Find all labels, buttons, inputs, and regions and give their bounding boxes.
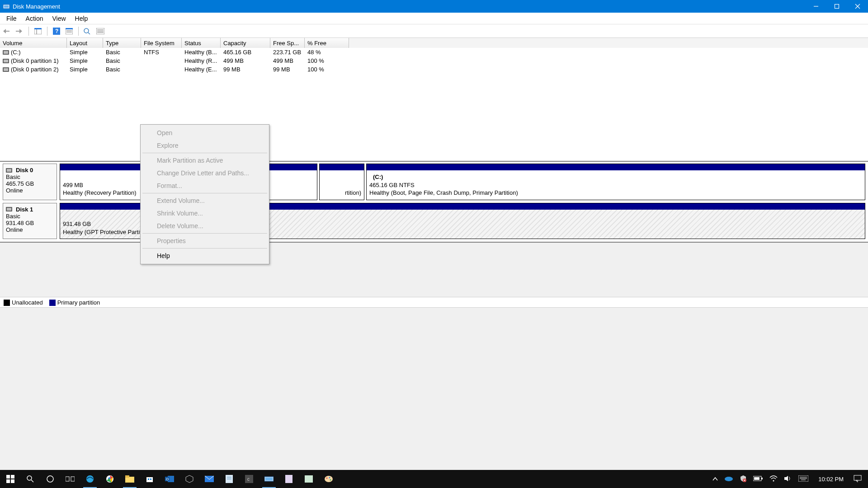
maximize-button[interactable] bbox=[826, 0, 847, 13]
volume-row[interactable]: (C:) Simple Basic NTFS Healthy (B... 465… bbox=[0, 48, 868, 56]
disk-name: Disk 0 bbox=[16, 167, 33, 174]
taskbar-app-generic2-icon[interactable] bbox=[300, 470, 317, 488]
volume-fs: NTFS bbox=[141, 48, 182, 56]
svg-text:?: ? bbox=[55, 28, 58, 34]
ctx-change-drive-letter[interactable]: Change Drive Letter and Paths... bbox=[141, 167, 269, 179]
disk-icon bbox=[6, 168, 12, 173]
tray-security-icon[interactable] bbox=[740, 475, 747, 483]
disk-state: Online bbox=[6, 187, 54, 194]
ctx-explore[interactable]: Explore bbox=[141, 139, 269, 152]
forward-button[interactable] bbox=[14, 26, 24, 36]
ctx-open[interactable]: Open bbox=[141, 127, 269, 139]
settings-button[interactable] bbox=[64, 26, 74, 36]
svg-point-32 bbox=[86, 475, 94, 483]
ctx-extend-volume[interactable]: Extend Volume... bbox=[141, 194, 269, 207]
taskbar-app-diskmgmt-icon[interactable] bbox=[260, 470, 278, 488]
ctx-help[interactable]: Help bbox=[141, 249, 269, 262]
svg-rect-1 bbox=[4, 5, 9, 8]
svg-marker-72 bbox=[856, 480, 858, 482]
taskbar: O c 10:02 PM bbox=[0, 470, 868, 488]
svg-marker-6 bbox=[3, 29, 9, 33]
taskbar-app-mail-icon[interactable] bbox=[201, 470, 218, 488]
swatch-unallocated-icon bbox=[4, 300, 10, 306]
svg-rect-51 bbox=[265, 478, 273, 480]
col-volume[interactable]: Volume bbox=[0, 38, 67, 48]
legend-primary: Primary partition bbox=[57, 299, 100, 306]
taskbar-app-chrome-icon[interactable] bbox=[101, 470, 118, 488]
partition-c[interactable]: (C:) 465.16 GB NTFS Healthy (Boot, Page … bbox=[366, 164, 865, 200]
ctx-format[interactable]: Format... bbox=[141, 179, 269, 192]
cortana-icon[interactable] bbox=[42, 470, 59, 488]
tray-chevron-up-icon[interactable] bbox=[712, 476, 718, 483]
col-free[interactable]: Free Sp... bbox=[270, 38, 305, 48]
taskbar-clock[interactable]: 10:02 PM bbox=[815, 476, 847, 483]
swatch-primary-icon bbox=[49, 300, 56, 306]
taskbar-app-store-icon[interactable] bbox=[141, 470, 158, 488]
ctx-delete-volume[interactable]: Delete Volume... bbox=[141, 220, 269, 232]
partition-label: (C:) bbox=[369, 173, 862, 181]
ctx-shrink-volume[interactable]: Shrink Volume... bbox=[141, 207, 269, 220]
col-layout[interactable]: Layout bbox=[67, 38, 103, 48]
ctx-properties[interactable]: Properties bbox=[141, 235, 269, 247]
disk-icon bbox=[6, 207, 12, 211]
taskbar-app-explorer-icon[interactable] bbox=[121, 470, 138, 488]
svg-marker-43 bbox=[186, 475, 193, 483]
tray-onedrive-icon[interactable] bbox=[724, 476, 733, 483]
partition-status: Healthy (Boot, Page File, Crash Dump, Pr… bbox=[369, 189, 862, 197]
tray-notifications-icon[interactable] bbox=[854, 475, 862, 483]
disk-type: Basic bbox=[6, 174, 54, 180]
search-icon[interactable] bbox=[22, 470, 39, 488]
task-view-icon[interactable] bbox=[61, 470, 79, 488]
svg-line-28 bbox=[31, 480, 33, 482]
show-hide-tree-button[interactable] bbox=[33, 26, 43, 36]
list-button[interactable] bbox=[95, 26, 105, 36]
taskbar-app-cube-icon[interactable] bbox=[181, 470, 198, 488]
start-button[interactable] bbox=[2, 470, 19, 488]
taskbar-app-generic-c-icon[interactable]: c bbox=[241, 470, 258, 488]
taskbar-app-paint-icon[interactable] bbox=[320, 470, 337, 488]
ctx-mark-active[interactable]: Mark Partition as Active bbox=[141, 154, 269, 167]
disk-icon bbox=[3, 67, 9, 72]
disk-row-0: Disk 0 Basic 465.75 GB Online 499 MB Hea… bbox=[3, 164, 865, 200]
disk-row-1: Disk 1 Basic 931.48 GB Online 931.48 GB … bbox=[3, 203, 865, 239]
volume-row[interactable]: (Disk 0 partition 2) Simple Basic Health… bbox=[0, 65, 868, 74]
col-pctfree[interactable]: % Free bbox=[305, 38, 349, 48]
volume-layout: Simple bbox=[67, 57, 103, 65]
help-button[interactable]: ? bbox=[52, 26, 61, 36]
col-type[interactable]: Type bbox=[103, 38, 141, 48]
menu-help[interactable]: Help bbox=[71, 14, 92, 23]
disk-info[interactable]: Disk 1 Basic 931.48 GB Online bbox=[3, 203, 57, 239]
menu-action[interactable]: Action bbox=[22, 14, 47, 23]
volume-row[interactable]: (Disk 0 partition 1) Simple Basic Health… bbox=[0, 56, 868, 65]
tray-volume-icon[interactable] bbox=[784, 475, 792, 483]
taskbar-app-outlook-icon[interactable]: O bbox=[161, 470, 178, 488]
back-button[interactable] bbox=[2, 26, 12, 36]
taskbar-app-edge-icon[interactable] bbox=[81, 470, 99, 488]
disk-type: Basic bbox=[6, 213, 54, 220]
volume-status: Healthy (B... bbox=[182, 48, 221, 56]
col-status[interactable]: Status bbox=[182, 38, 221, 48]
partition-efi[interactable]: rtition) bbox=[319, 164, 364, 200]
menu-view[interactable]: View bbox=[48, 14, 69, 23]
col-capacity[interactable]: Capacity bbox=[221, 38, 270, 48]
svg-rect-36 bbox=[125, 475, 129, 478]
svg-rect-71 bbox=[854, 475, 861, 480]
svg-point-56 bbox=[329, 477, 330, 479]
taskbar-app-generic-icon[interactable] bbox=[280, 470, 297, 488]
menu-file[interactable]: File bbox=[3, 14, 20, 23]
volume-name: (C:) bbox=[11, 49, 21, 56]
tray-wifi-icon[interactable] bbox=[769, 475, 778, 483]
minimize-button[interactable] bbox=[806, 0, 826, 13]
col-fs[interactable]: File System bbox=[141, 38, 182, 48]
disk-icon bbox=[3, 50, 9, 55]
close-button[interactable] bbox=[847, 0, 868, 13]
taskbar-app-notepad-icon[interactable] bbox=[221, 470, 238, 488]
disk-name: Disk 1 bbox=[16, 206, 33, 213]
volume-layout: Simple bbox=[67, 48, 103, 56]
tray-battery-icon[interactable] bbox=[753, 476, 763, 483]
context-menu: Open Explore Mark Partition as Active Ch… bbox=[140, 124, 269, 264]
rescan-button[interactable] bbox=[83, 26, 93, 36]
disk-info[interactable]: Disk 0 Basic 465.75 GB Online bbox=[3, 164, 57, 200]
tray-keyboard-icon[interactable] bbox=[798, 475, 808, 483]
svg-marker-66 bbox=[784, 476, 788, 481]
